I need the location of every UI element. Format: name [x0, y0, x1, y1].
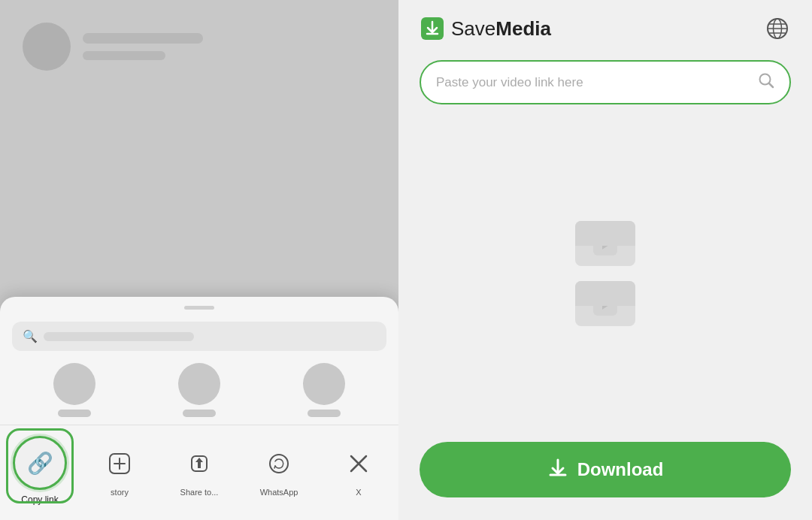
- share-target-2[interactable]: [137, 363, 262, 417]
- profile-name-placeholder: [83, 33, 203, 44]
- profile-sub-placeholder: [83, 51, 165, 60]
- share-target-avatar-3: [303, 363, 345, 405]
- share-target-1[interactable]: [12, 363, 137, 417]
- svg-point-2: [270, 455, 288, 473]
- share-to-button[interactable]: Share to...: [159, 444, 239, 497]
- svg-rect-12: [593, 231, 617, 243]
- svg-rect-14: [593, 292, 617, 316]
- sheet-handle: [184, 306, 214, 310]
- video-thumbnail-1: [575, 221, 635, 266]
- whatsapp-icon: [259, 444, 298, 483]
- left-panel: 🔍: [0, 0, 398, 520]
- search-input-box[interactable]: Paste your video link here: [420, 60, 791, 104]
- share-target-label-3: [308, 410, 341, 417]
- logo-save: Save: [451, 17, 495, 40]
- svg-rect-15: [593, 292, 617, 304]
- download-section: Download: [398, 427, 812, 520]
- logo-media: Media: [495, 17, 551, 40]
- share-target-avatar-2: [178, 363, 220, 405]
- story-button[interactable]: story: [80, 444, 159, 497]
- savemedia-logo-text: SaveMedia: [451, 17, 551, 41]
- share-target-3[interactable]: [262, 363, 386, 417]
- svg-line-10: [769, 83, 773, 87]
- whatsapp-label: WhatsApp: [260, 488, 298, 497]
- download-button[interactable]: Download: [420, 442, 791, 497]
- share-target-label-2: [183, 410, 216, 417]
- share-bottom-sheet: 🔍: [0, 297, 398, 520]
- savemedia-logo: SaveMedia: [420, 16, 551, 41]
- sheet-search-placeholder: [44, 332, 194, 341]
- copy-link-highlight-border: [6, 428, 74, 503]
- x-button[interactable]: X: [319, 444, 398, 497]
- download-label: Download: [577, 459, 664, 480]
- story-icon: [100, 444, 139, 483]
- search-placeholder: Paste your video link here: [436, 75, 749, 90]
- sheet-search-bar[interactable]: 🔍: [12, 322, 386, 351]
- x-icon: [339, 444, 378, 483]
- video-thumbnail-2: [575, 281, 635, 326]
- x-label: X: [356, 488, 361, 497]
- phone-top: [0, 0, 398, 86]
- sheet-search-icon: 🔍: [23, 329, 38, 343]
- avatar: [23, 23, 71, 71]
- share-targets-row: [0, 363, 398, 425]
- share-to-label: Share to...: [180, 488, 219, 497]
- whatsapp-button[interactable]: WhatsApp: [239, 444, 319, 497]
- profile-lines: [83, 33, 203, 60]
- right-panel: SaveMedia Paste your video link here: [398, 0, 812, 520]
- savemedia-logo-icon: [420, 16, 445, 41]
- share-target-label-1: [58, 410, 91, 417]
- share-target-avatar-1: [53, 363, 95, 405]
- copy-link-button[interactable]: 🔗 Copy link: [0, 436, 80, 505]
- download-arrow-icon: [547, 457, 568, 482]
- svg-rect-11: [593, 231, 617, 255]
- search-icon: [758, 72, 774, 92]
- thumbnails-area: [398, 119, 812, 427]
- globe-icon[interactable]: [764, 15, 791, 42]
- play-icon-1: [592, 230, 619, 257]
- action-row: 🔗 Copy link story: [0, 425, 398, 520]
- story-label: story: [111, 488, 129, 497]
- savemedia-header: SaveMedia: [398, 0, 812, 54]
- search-container: Paste your video link here: [398, 54, 812, 119]
- phone-content: 🔍: [0, 0, 398, 520]
- share-to-icon: [180, 444, 219, 483]
- play-icon-2: [592, 290, 619, 317]
